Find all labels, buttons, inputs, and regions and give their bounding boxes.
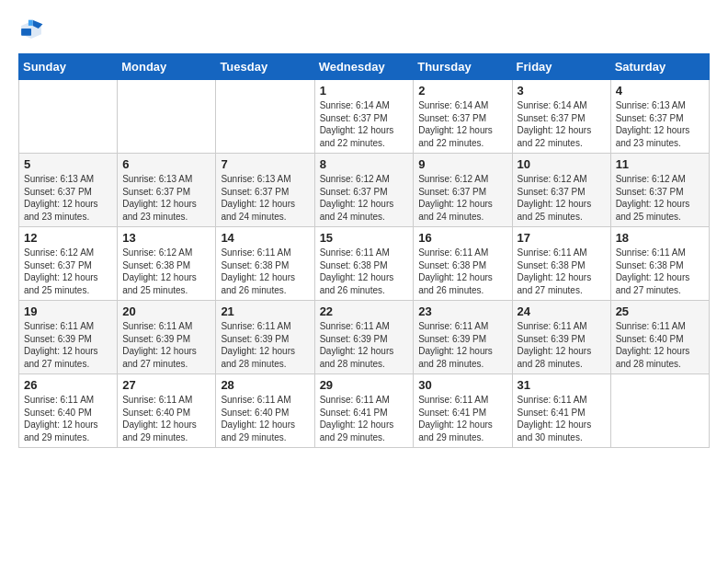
- day-info: Sunrise: 6:11 AM Sunset: 6:41 PM Dayligh…: [518, 394, 606, 443]
- day-info: Sunrise: 6:11 AM Sunset: 6:39 PM Dayligh…: [518, 320, 606, 370]
- calendar-cell: 26Sunrise: 6:11 AM Sunset: 6:40 PM Dayli…: [19, 374, 118, 448]
- weekday-header-wednesday: Wednesday: [314, 54, 414, 80]
- day-number: 14: [221, 231, 309, 245]
- header: [18, 18, 710, 39]
- calendar-cell: 13Sunrise: 6:12 AM Sunset: 6:38 PM Dayli…: [118, 227, 216, 301]
- day-number: 29: [320, 378, 409, 392]
- day-number: 27: [122, 378, 210, 392]
- day-info: Sunrise: 6:12 AM Sunset: 6:38 PM Dayligh…: [122, 247, 210, 296]
- calendar-cell: 18Sunrise: 6:11 AM Sunset: 6:38 PM Dayli…: [610, 227, 709, 301]
- day-info: Sunrise: 6:14 AM Sunset: 6:37 PM Dayligh…: [320, 99, 409, 149]
- day-info: Sunrise: 6:11 AM Sunset: 6:38 PM Dayligh…: [418, 247, 506, 296]
- calendar-cell: 3Sunrise: 6:14 AM Sunset: 6:37 PM Daylig…: [512, 80, 610, 154]
- calendar-cell: 8Sunrise: 6:12 AM Sunset: 6:37 PM Daylig…: [314, 154, 414, 227]
- calendar-cell: 29Sunrise: 6:11 AM Sunset: 6:41 PM Dayli…: [314, 374, 414, 448]
- calendar-cell: 9Sunrise: 6:12 AM Sunset: 6:37 PM Daylig…: [414, 154, 512, 227]
- calendar-cell: 5Sunrise: 6:13 AM Sunset: 6:37 PM Daylig…: [19, 154, 118, 227]
- day-number: 25: [616, 304, 704, 318]
- calendar-row-0: 1Sunrise: 6:14 AM Sunset: 6:37 PM Daylig…: [19, 80, 710, 154]
- day-info: Sunrise: 6:11 AM Sunset: 6:40 PM Dayligh…: [24, 394, 112, 443]
- day-number: 28: [221, 378, 309, 392]
- day-number: 12: [24, 231, 112, 245]
- calendar-cell: 11Sunrise: 6:12 AM Sunset: 6:37 PM Dayli…: [610, 154, 709, 227]
- day-number: 20: [122, 304, 210, 318]
- weekday-header-thursday: Thursday: [414, 54, 512, 80]
- day-info: Sunrise: 6:13 AM Sunset: 6:37 PM Dayligh…: [122, 173, 210, 223]
- calendar-cell: 21Sunrise: 6:11 AM Sunset: 6:39 PM Dayli…: [216, 301, 314, 374]
- day-info: Sunrise: 6:11 AM Sunset: 6:39 PM Dayligh…: [320, 320, 409, 370]
- day-number: 17: [518, 231, 606, 245]
- day-number: 15: [320, 231, 409, 245]
- day-number: 24: [518, 304, 606, 318]
- day-info: Sunrise: 6:11 AM Sunset: 6:38 PM Dayligh…: [616, 247, 704, 296]
- calendar-cell: [19, 80, 118, 154]
- day-number: 10: [518, 157, 606, 171]
- calendar-cell: 27Sunrise: 6:11 AM Sunset: 6:40 PM Dayli…: [118, 374, 216, 448]
- weekday-header-friday: Friday: [512, 54, 610, 80]
- logo: [18, 18, 48, 39]
- calendar-cell: 28Sunrise: 6:11 AM Sunset: 6:40 PM Dayli…: [216, 374, 314, 448]
- day-number: 8: [320, 157, 409, 171]
- day-number: 1: [320, 84, 409, 98]
- calendar-cell: 14Sunrise: 6:11 AM Sunset: 6:38 PM Dayli…: [216, 227, 314, 301]
- calendar-row-1: 5Sunrise: 6:13 AM Sunset: 6:37 PM Daylig…: [19, 154, 710, 227]
- day-number: 6: [122, 157, 210, 171]
- weekday-header-monday: Monday: [118, 54, 216, 80]
- svg-rect-0: [21, 29, 31, 36]
- day-number: 4: [616, 84, 704, 98]
- logo-icon: [18, 18, 44, 39]
- day-info: Sunrise: 6:12 AM Sunset: 6:37 PM Dayligh…: [418, 173, 506, 223]
- day-info: Sunrise: 6:14 AM Sunset: 6:37 PM Dayligh…: [518, 99, 606, 149]
- calendar-cell: [610, 374, 709, 448]
- day-info: Sunrise: 6:11 AM Sunset: 6:40 PM Dayligh…: [221, 394, 309, 443]
- calendar-cell: 1Sunrise: 6:14 AM Sunset: 6:37 PM Daylig…: [314, 80, 414, 154]
- day-info: Sunrise: 6:12 AM Sunset: 6:37 PM Dayligh…: [616, 173, 704, 223]
- day-number: 31: [518, 378, 606, 392]
- day-info: Sunrise: 6:13 AM Sunset: 6:37 PM Dayligh…: [24, 173, 112, 223]
- weekday-header-tuesday: Tuesday: [216, 54, 314, 80]
- day-info: Sunrise: 6:12 AM Sunset: 6:37 PM Dayligh…: [320, 173, 409, 223]
- day-number: 3: [518, 84, 606, 98]
- day-info: Sunrise: 6:11 AM Sunset: 6:39 PM Dayligh…: [221, 320, 309, 370]
- calendar-cell: 7Sunrise: 6:13 AM Sunset: 6:37 PM Daylig…: [216, 154, 314, 227]
- day-number: 11: [616, 157, 704, 171]
- day-number: 2: [418, 84, 506, 98]
- day-info: Sunrise: 6:11 AM Sunset: 6:39 PM Dayligh…: [24, 320, 112, 370]
- day-info: Sunrise: 6:11 AM Sunset: 6:41 PM Dayligh…: [320, 394, 409, 443]
- calendar-cell: 12Sunrise: 6:12 AM Sunset: 6:37 PM Dayli…: [19, 227, 118, 301]
- day-number: 5: [24, 157, 112, 171]
- day-info: Sunrise: 6:12 AM Sunset: 6:37 PM Dayligh…: [24, 247, 112, 296]
- calendar-cell: 6Sunrise: 6:13 AM Sunset: 6:37 PM Daylig…: [118, 154, 216, 227]
- day-number: 23: [418, 304, 506, 318]
- day-info: Sunrise: 6:13 AM Sunset: 6:37 PM Dayligh…: [221, 173, 309, 223]
- day-info: Sunrise: 6:11 AM Sunset: 6:38 PM Dayligh…: [518, 247, 606, 296]
- calendar-cell: [118, 80, 216, 154]
- calendar-table: SundayMondayTuesdayWednesdayThursdayFrid…: [18, 53, 710, 448]
- calendar-cell: 4Sunrise: 6:13 AM Sunset: 6:37 PM Daylig…: [610, 80, 709, 154]
- weekday-header-sunday: Sunday: [19, 54, 118, 80]
- calendar-cell: 20Sunrise: 6:11 AM Sunset: 6:39 PM Dayli…: [118, 301, 216, 374]
- day-number: 18: [616, 231, 704, 245]
- day-number: 7: [221, 157, 309, 171]
- day-number: 16: [418, 231, 506, 245]
- calendar-cell: 15Sunrise: 6:11 AM Sunset: 6:38 PM Dayli…: [314, 227, 414, 301]
- day-info: Sunrise: 6:11 AM Sunset: 6:40 PM Dayligh…: [122, 394, 210, 443]
- weekday-header-saturday: Saturday: [610, 54, 709, 80]
- calendar-row-4: 26Sunrise: 6:11 AM Sunset: 6:40 PM Dayli…: [19, 374, 710, 448]
- day-number: 21: [221, 304, 309, 318]
- calendar-cell: 16Sunrise: 6:11 AM Sunset: 6:38 PM Dayli…: [414, 227, 512, 301]
- day-info: Sunrise: 6:11 AM Sunset: 6:40 PM Dayligh…: [616, 320, 704, 370]
- day-number: 30: [418, 378, 506, 392]
- calendar-cell: 31Sunrise: 6:11 AM Sunset: 6:41 PM Dayli…: [512, 374, 610, 448]
- day-info: Sunrise: 6:12 AM Sunset: 6:37 PM Dayligh…: [518, 173, 606, 223]
- day-info: Sunrise: 6:11 AM Sunset: 6:38 PM Dayligh…: [320, 247, 409, 296]
- calendar-row-2: 12Sunrise: 6:12 AM Sunset: 6:37 PM Dayli…: [19, 227, 710, 301]
- calendar-cell: 22Sunrise: 6:11 AM Sunset: 6:39 PM Dayli…: [314, 301, 414, 374]
- day-info: Sunrise: 6:13 AM Sunset: 6:37 PM Dayligh…: [616, 99, 704, 149]
- calendar-cell: 19Sunrise: 6:11 AM Sunset: 6:39 PM Dayli…: [19, 301, 118, 374]
- calendar-cell: 23Sunrise: 6:11 AM Sunset: 6:39 PM Dayli…: [414, 301, 512, 374]
- calendar-row-3: 19Sunrise: 6:11 AM Sunset: 6:39 PM Dayli…: [19, 301, 710, 374]
- calendar-cell: 10Sunrise: 6:12 AM Sunset: 6:37 PM Dayli…: [512, 154, 610, 227]
- day-info: Sunrise: 6:11 AM Sunset: 6:38 PM Dayligh…: [221, 247, 309, 296]
- day-info: Sunrise: 6:11 AM Sunset: 6:39 PM Dayligh…: [122, 320, 210, 370]
